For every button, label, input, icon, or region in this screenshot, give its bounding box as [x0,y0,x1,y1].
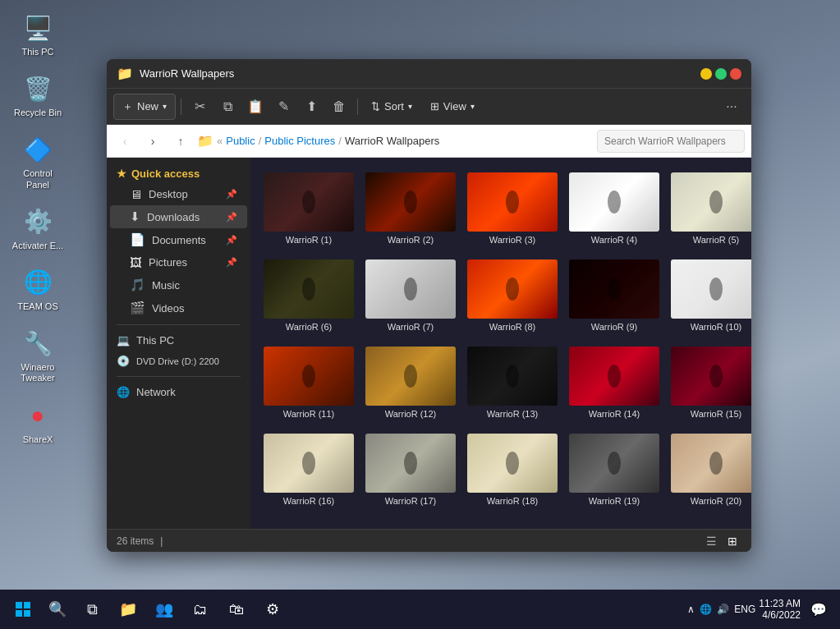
svg-point-9 [709,278,723,301]
sidebar-item-desktop[interactable]: 🖥 Desktop 📌 [110,183,247,205]
desktop-icon-winaero[interactable]: 🔧 Winaero Tweaker [8,324,67,387]
videos-sidebar-icon: 🎬 [130,301,145,315]
path-public[interactable]: Public [226,135,255,147]
file-item[interactable]: WarrioR (11) [260,342,357,424]
control-panel-label: Control Panel [11,168,64,190]
desktop-icon-team-os[interactable]: 🌐 TEAM OS [8,263,67,315]
desktop-icon-sharex[interactable]: ● ShareX [8,396,67,448]
new-button[interactable]: ＋ New ▾ [113,94,176,120]
sidebar-item-documents[interactable]: 📄 Documents 📌 [110,228,247,251]
delete-button[interactable]: 🗑 [326,94,352,120]
sort-label: Sort [384,100,404,112]
file-name: WarrioR (2) [388,235,434,245]
copy-button[interactable]: ⧉ [214,94,241,120]
svg-point-10 [302,365,315,388]
start-button[interactable] [7,593,39,626]
path-separator-start: « [217,135,223,147]
close-button[interactable] [730,68,741,80]
file-item[interactable]: WarrioR (12) [362,342,459,424]
store-button[interactable]: 🛍 [220,593,253,626]
file-item[interactable]: WarrioR (1) [260,168,357,250]
sort-button[interactable]: ⇅ Sort ▾ [363,94,420,120]
address-path: « Public / Public Pictures / WarrioR Wal… [217,135,592,147]
file-item[interactable]: WarrioR (19) [566,429,663,511]
file-item[interactable]: WarrioR (6) [260,255,357,337]
grid-view-button[interactable]: ⊞ [723,532,741,550]
desktop-icon-control-panel[interactable]: 🔷 Control Panel [8,130,67,193]
language-label: ENG [734,604,755,615]
rename-button[interactable]: ✎ [270,94,296,120]
file-item[interactable]: WarrioR (15) [668,342,751,424]
teams-button[interactable]: 👥 [148,593,181,626]
window-controls [700,68,741,80]
file-item[interactable]: WarrioR (7) [362,255,459,337]
sidebar: ★ Quick access 🖥 Desktop 📌 ⬇ Downloads 📌… [107,158,250,529]
quick-access-header[interactable]: ★ Quick access [107,164,250,183]
maximize-button[interactable] [715,68,727,80]
file-manager-button[interactable]: 🗂 [184,593,217,626]
desktop-icon-activator[interactable]: ⚙️ Activater E... [8,202,67,255]
file-item[interactable]: WarrioR (13) [464,342,561,424]
minimize-button[interactable] [700,68,712,80]
svg-point-19 [709,452,723,475]
file-explorer-taskbar[interactable]: 📁 [112,593,145,626]
dvd-label: DVD Drive (D:) 2200 [136,356,219,366]
settings-taskbar-button[interactable]: ⚙ [256,593,289,626]
file-name: WarrioR (8) [489,322,535,332]
file-item[interactable]: WarrioR (2) [362,168,459,250]
sharex-label: ShareX [23,434,53,445]
file-name: WarrioR (15) [691,409,742,419]
cut-button[interactable]: ✂ [186,94,213,120]
volume-icon[interactable]: 🔊 [717,604,729,615]
sidebar-dvd-drive[interactable]: 💿 DVD Drive (D:) 2200 [107,351,250,371]
file-item[interactable]: WarrioR (4) [566,168,663,250]
search-input[interactable] [597,130,745,153]
sidebar-network[interactable]: 🌐 Network [107,382,250,402]
task-view-button[interactable]: ⧉ [76,593,108,626]
sidebar-item-pictures[interactable]: 🖼 Pictures 📌 [110,251,247,273]
file-item[interactable]: WarrioR (3) [464,168,561,250]
file-item[interactable]: WarrioR (9) [566,255,663,337]
file-item[interactable]: WarrioR (17) [362,429,459,511]
tray-chevron[interactable]: ∧ [687,604,695,615]
status-bar: 26 items | ☰ ⊞ [107,529,751,552]
back-button[interactable]: ‹ [113,130,136,153]
svg-point-14 [709,365,723,388]
sidebar-this-pc[interactable]: 💻 This PC [107,330,250,351]
list-view-button[interactable]: ☰ [702,532,720,550]
sidebar-item-videos[interactable]: 🎬 Videos [110,296,247,319]
up-button[interactable]: ↑ [169,130,192,153]
file-item[interactable]: WarrioR (10) [668,255,751,337]
file-item[interactable]: WarrioR (5) [668,168,751,250]
notification-button[interactable]: 💬 [804,595,833,624]
toolbar: ＋ New ▾ ✂ ⧉ 📋 ✎ ⬆ 🗑 ⇅ Sort ▾ ⊞ View ▾ [107,89,751,125]
pin-icon-docs: 📌 [226,235,237,246]
team-os-icon: 🌐 [21,266,54,299]
more-button[interactable]: ··· [718,94,745,120]
file-item[interactable]: WarrioR (20) [668,429,751,511]
forward-button[interactable]: › [141,130,164,153]
desktop-icons: 🖥️ This PC 🗑️ Recycle Bin 🔷 Control Pane… [8,8,67,448]
sidebar-videos-label: Videos [152,302,185,314]
file-item[interactable]: WarrioR (8) [464,255,561,337]
desktop-icon-recycle-bin[interactable]: 🗑️ Recycle Bin [8,69,67,122]
desktop-sidebar-icon: 🖥 [130,187,142,201]
sidebar-item-music[interactable]: 🎵 Music [110,273,247,296]
status-bar-right: ☰ ⊞ [702,532,741,550]
network-label: Network [136,386,176,398]
sort-icon: ⇅ [371,100,380,112]
activator-label: Activater E... [12,241,63,251]
file-item[interactable]: WarrioR (14) [566,342,663,424]
file-item[interactable]: WarrioR (18) [464,429,561,511]
path-public-pictures[interactable]: Public Pictures [264,135,335,147]
paste-button[interactable]: 📋 [242,94,269,120]
view-button[interactable]: ⊞ View ▾ [422,94,483,120]
svg-rect-21 [24,602,30,608]
search-taskbar-button[interactable]: 🔍 [43,595,72,624]
taskbar-clock[interactable]: 11:23 AM 4/6/2022 [759,598,801,621]
share-button[interactable]: ⬆ [298,94,324,120]
file-item[interactable]: WarrioR (16) [260,429,357,511]
sidebar-item-downloads[interactable]: ⬇ Downloads 📌 [110,205,247,228]
network-icon: 🌐 [117,386,130,398]
desktop-icon-this-pc[interactable]: 🖥️ This PC [8,8,67,61]
